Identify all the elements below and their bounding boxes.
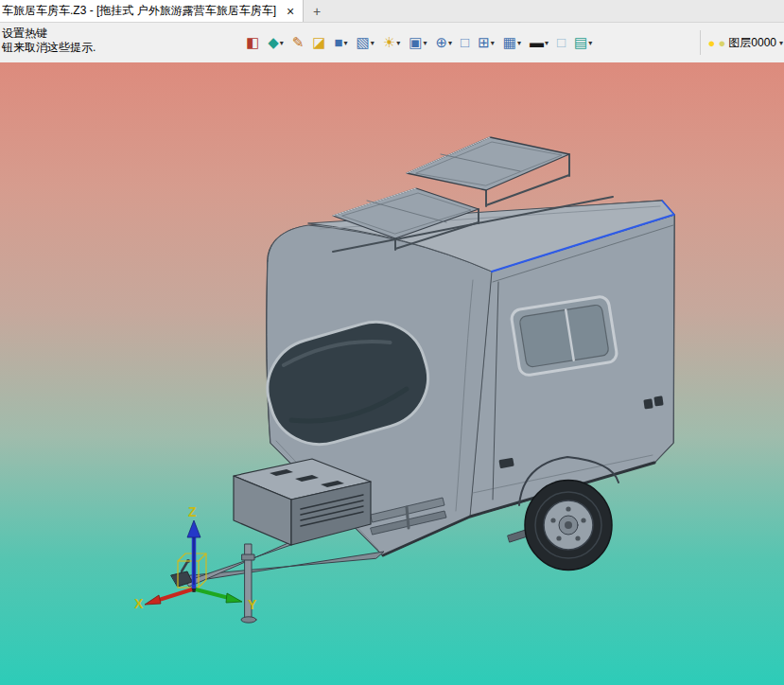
layer-dropdown-chevron-icon[interactable]: ▾ — [779, 39, 783, 47]
side-window — [511, 295, 618, 376]
camper-trailer-model[interactable] — [171, 137, 674, 623]
display-mode-icon: ▧ — [357, 35, 370, 50]
hint-line-2: 钮来取消这些提示. — [2, 41, 96, 55]
background-icon[interactable]: □ — [555, 32, 567, 53]
document-tab-title: 车旅居车房车.Z3 - [拖挂式 户外旅游露营车旅居车房车] — [2, 3, 276, 19]
color-palette-icon: ☀ — [383, 35, 395, 50]
layer-field[interactable]: ● ● 图层0000 ▾ — [707, 23, 784, 62]
section-view-icon: ◪ — [312, 35, 325, 50]
view-normal-icon[interactable]: □ — [459, 32, 471, 53]
grid-snap-icon: ▦ — [503, 35, 516, 50]
tab-close-icon[interactable]: × — [284, 5, 297, 18]
hitch-coupler — [171, 559, 192, 587]
layer-color-sphere-icon[interactable]: ● — [718, 37, 725, 49]
edit-sketch-icon: ✎ — [292, 35, 305, 50]
zoom-region-icon: ▣ — [409, 35, 422, 50]
dropdown-arrow-icon[interactable]: ▾ — [448, 39, 452, 47]
pan-view-icon[interactable]: ⊕▾ — [433, 32, 454, 53]
layer-manager-icon: ▤ — [574, 35, 587, 50]
dropdown-arrow-icon[interactable]: ▾ — [588, 39, 592, 47]
view-normal-icon: □ — [461, 35, 469, 50]
pan-view-icon: ⊕ — [435, 35, 447, 50]
appearance-icon: ◆ — [268, 35, 279, 50]
z-axis-label: Z — [188, 504, 197, 519]
viewport[interactable]: Z X Y — [0, 62, 784, 685]
align-plane-icon: ⊞ — [478, 35, 490, 50]
tab-bar: 车旅居车房车.Z3 - [拖挂式 户外旅游露营车旅居车房车] × + — [0, 0, 784, 23]
line-width-icon[interactable]: ▬▾ — [528, 32, 550, 53]
section-view-icon[interactable]: ◪ — [310, 32, 327, 53]
dropdown-arrow-icon[interactable]: ▾ — [371, 39, 375, 47]
drawbar-beams — [184, 538, 384, 587]
document-tab[interactable]: 车旅居车房车.Z3 - [拖挂式 户外旅游露营车旅居车房车] × — [0, 0, 304, 22]
display-mode-icon[interactable]: ▧▾ — [355, 32, 376, 53]
x-axis-arrow[interactable] — [145, 589, 192, 605]
wheel — [525, 481, 612, 571]
dropdown-arrow-icon[interactable]: ▾ — [396, 39, 400, 47]
dropdown-arrow-icon[interactable]: ▾ — [491, 39, 495, 47]
toolbar-icons: ◧◆▾✎◪■▾▧▾☀▾▣▾⊕▾□⊞▾▦▾▬▾□▤▾ — [244, 23, 594, 62]
regen-icon: ◧ — [246, 35, 259, 50]
shade-mode-icon[interactable]: ■▾ — [333, 32, 350, 53]
x-axis-label: X — [134, 596, 144, 611]
regen-icon[interactable]: ◧ — [244, 32, 261, 53]
shade-mode-icon: ■ — [335, 35, 343, 50]
new-tab-button[interactable]: + — [304, 0, 330, 22]
solar-panel-rear — [407, 137, 569, 190]
layer-manager-icon[interactable]: ▤▾ — [572, 32, 594, 53]
layer-name-label[interactable]: 图层0000 — [728, 35, 776, 51]
background-icon: □ — [557, 35, 566, 50]
hint-text: 设置热键 钮来取消这些提示. — [2, 26, 96, 55]
toolbar: 设置热键 钮来取消这些提示. ◧◆▾✎◪■▾▧▾☀▾▣▾⊕▾□⊞▾▦▾▬▾□▤▾… — [0, 23, 784, 62]
dropdown-arrow-icon[interactable]: ▾ — [545, 39, 549, 47]
y-axis-label: Y — [248, 597, 257, 612]
appearance-icon[interactable]: ◆▾ — [266, 32, 286, 53]
dropdown-arrow-icon[interactable]: ▾ — [517, 39, 521, 47]
hint-line-1: 设置热键 — [2, 26, 96, 41]
grid-snap-icon[interactable]: ▦▾ — [501, 32, 523, 53]
layer-visibility-bulb-icon[interactable]: ● — [708, 37, 716, 49]
color-palette-icon[interactable]: ☀▾ — [381, 32, 402, 53]
align-plane-icon[interactable]: ⊞▾ — [476, 32, 497, 53]
toolbar-separator — [700, 30, 701, 55]
edit-sketch-icon[interactable]: ✎ — [290, 32, 306, 53]
y-axis-arrow[interactable] — [196, 589, 242, 603]
dropdown-arrow-icon[interactable]: ▾ — [423, 39, 427, 47]
zoom-region-icon[interactable]: ▣▾ — [407, 32, 428, 53]
dropdown-arrow-icon[interactable]: ▾ — [344, 39, 348, 47]
model-canvas[interactable]: Z X Y — [0, 62, 784, 685]
line-width-icon: ▬ — [530, 35, 544, 50]
dropdown-arrow-icon[interactable]: ▾ — [280, 39, 284, 47]
